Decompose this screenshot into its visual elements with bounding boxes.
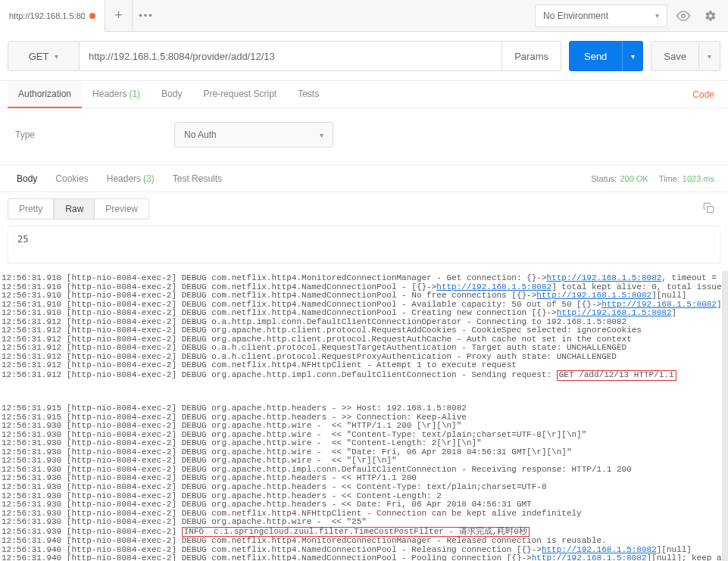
tab-tests[interactable]: Tests: [287, 81, 330, 108]
log-link[interactable]: http://192.168.1.5:8082: [436, 282, 551, 291]
top-tab-bar: http://192.168.1.5:808 + ••• No Environm…: [0, 0, 728, 32]
auth-type-label: Type: [15, 129, 174, 140]
log-link[interactable]: http://192.168.1.5:8082: [536, 291, 651, 300]
svg-point-0: [682, 14, 686, 17]
copy-response-icon[interactable]: [703, 202, 720, 216]
settings-icon[interactable]: [699, 5, 722, 27]
tab-authorization[interactable]: Authorization: [8, 81, 82, 108]
response-view-toggle: Pretty Raw Preview: [0, 192, 728, 226]
chevron-down-icon: ▾: [55, 52, 58, 61]
view-pretty-button[interactable]: Pretty: [8, 198, 54, 220]
status-code: 200 OK: [620, 174, 648, 183]
resp-tab-headers[interactable]: Headers(3): [98, 165, 164, 192]
highlight-filter: INFO c.i.springcloud.zuul.filter.TimeCos…: [182, 527, 530, 538]
code-link[interactable]: Code: [692, 89, 720, 100]
tab-title: http://192.168.1.5:808: [9, 11, 85, 20]
response-time: 1023 ms: [683, 174, 714, 183]
auth-type-select[interactable]: No Auth ▾: [174, 122, 333, 148]
highlight-request: GET /add/12/13 HTTP/1.1: [557, 370, 676, 381]
view-raw-button[interactable]: Raw: [54, 198, 95, 220]
send-button[interactable]: Send: [569, 41, 622, 71]
resp-headers-count: (3): [143, 173, 155, 184]
send-dropdown-button[interactable]: ▾: [622, 41, 643, 71]
unsaved-indicator-icon: [89, 13, 95, 19]
headers-count: (1): [129, 89, 140, 99]
authorization-panel: Type No Auth ▾: [0, 108, 728, 165]
auth-type-value: No Auth: [184, 129, 217, 140]
log-link[interactable]: http://192.168.1.5:8082: [601, 300, 717, 309]
new-tab-button[interactable]: +: [105, 0, 133, 32]
request-builder: GET ▾ Params Send ▾ Save ▾: [0, 32, 728, 81]
params-button[interactable]: Params: [502, 41, 561, 71]
resp-tab-cookies[interactable]: Cookies: [46, 165, 97, 192]
response-tabs: Body Cookies Headers(3) Test Results Sta…: [0, 165, 728, 192]
chevron-down-icon: ▾: [631, 52, 635, 61]
tab-body[interactable]: Body: [151, 81, 192, 108]
tab-prerequest[interactable]: Pre-request Script: [192, 81, 287, 108]
method-label: GET: [29, 51, 49, 62]
chevron-down-icon: ▾: [320, 131, 323, 139]
chevron-down-icon: ▾: [655, 11, 659, 20]
response-body[interactable]: 25: [8, 226, 720, 263]
chevron-down-icon: ▾: [708, 52, 711, 61]
tab-headers[interactable]: Headers(1): [82, 81, 151, 108]
request-tab[interactable]: http://192.168.1.5:808: [0, 0, 105, 32]
request-tabs: Authorization Headers(1) Body Pre-reques…: [0, 81, 728, 108]
log-link[interactable]: http://192.168.1.5:8082: [557, 308, 672, 317]
svg-rect-1: [708, 207, 714, 213]
log-link[interactable]: http://192.168.1.5:8082: [532, 553, 647, 561]
save-button[interactable]: Save: [651, 41, 699, 71]
url-input[interactable]: [80, 41, 502, 71]
environment-label: No Environment: [543, 11, 608, 21]
method-select[interactable]: GET ▾: [8, 41, 80, 71]
log-link[interactable]: http://192.168.1.5:8082: [547, 273, 662, 282]
resp-tab-tests[interactable]: Test Results: [164, 165, 231, 192]
response-status: Status: 200 OK Time: 1023 ms: [591, 174, 720, 183]
log-link[interactable]: http://192.168.1.5:8082: [542, 545, 657, 554]
console-log[interactable]: 12:56:31.910 [http-nio-8084-exec-2] DEBU…: [0, 271, 728, 561]
view-preview-button[interactable]: Preview: [95, 198, 149, 220]
environment-select[interactable]: No Environment ▾: [535, 5, 667, 27]
resp-tab-body[interactable]: Body: [8, 165, 46, 192]
tab-more-button[interactable]: •••: [133, 0, 160, 32]
environment-preview-icon[interactable]: [672, 5, 695, 27]
save-dropdown-button[interactable]: ▾: [699, 41, 720, 71]
